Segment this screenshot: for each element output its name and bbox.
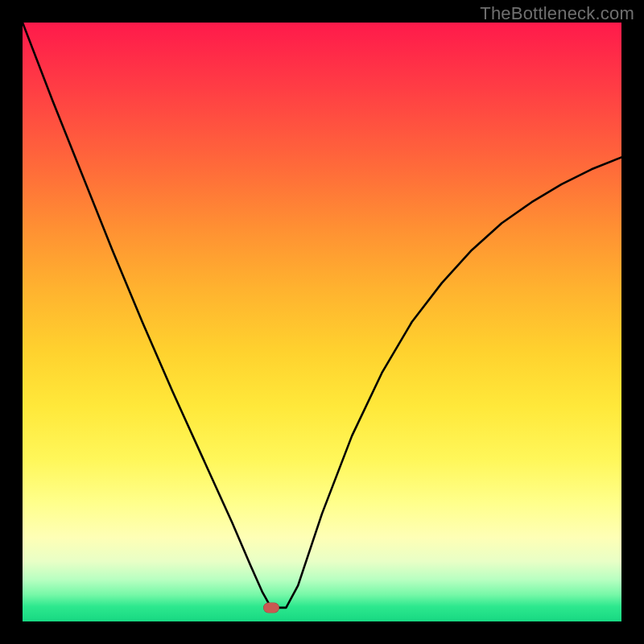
optimal-point-marker xyxy=(263,602,279,613)
plot-area xyxy=(23,23,621,621)
bottleneck-curve xyxy=(23,23,621,621)
watermark-text: TheBottleneck.com xyxy=(480,3,634,24)
chart-frame: TheBottleneck.com xyxy=(0,0,644,644)
